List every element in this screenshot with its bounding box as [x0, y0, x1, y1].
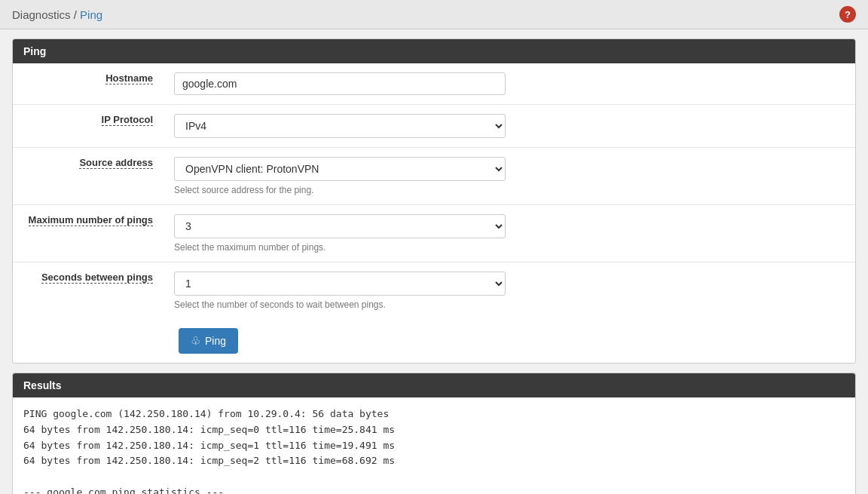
ip-protocol-field-cell: IPv4 IPv6 [164, 105, 855, 148]
breadcrumb: Diagnostics / Ping [12, 8, 102, 21]
source-address-label: Source address [79, 157, 153, 169]
results-output: PING google.com (142.250.180.14) from 10… [13, 397, 855, 494]
hostname-input[interactable] [174, 72, 506, 95]
seconds-between-field-cell: 1 2 3 4 5 Select the number of seconds t… [164, 262, 855, 320]
breadcrumb-separator: / [74, 8, 80, 21]
breadcrumb-root: Diagnostics [12, 8, 71, 21]
seconds-between-row: Seconds between pings 1 2 3 4 5 Select t… [13, 262, 855, 320]
ping-form: Hostname IP Protocol IPv4 IPv6 [13, 63, 855, 319]
ping-card: Ping Hostname IP Protocol IPv4 [12, 38, 856, 364]
results-card-header: Results [13, 373, 855, 397]
seconds-between-label-cell: Seconds between pings [13, 262, 164, 320]
ping-button-label: Ping [205, 335, 226, 347]
source-address-field-cell: OpenVPN client: ProtonVPN Select source … [164, 148, 855, 205]
ip-protocol-label: IP Protocol [102, 114, 153, 126]
max-pings-label-cell: Maximum number of pings [13, 205, 164, 262]
ip-protocol-select[interactable]: IPv4 IPv6 [174, 114, 506, 138]
max-pings-select[interactable]: 1 2 3 4 5 10 [174, 214, 506, 238]
source-address-row: Source address OpenVPN client: ProtonVPN… [13, 148, 855, 205]
max-pings-row: Maximum number of pings 1 2 3 4 5 10 Sel… [13, 205, 855, 262]
source-address-label-cell: Source address [13, 148, 164, 205]
ping-wifi-icon: ♧ [191, 334, 200, 348]
ip-protocol-label-cell: IP Protocol [13, 105, 164, 148]
seconds-between-select[interactable]: 1 2 3 4 5 [174, 272, 506, 296]
max-pings-label: Maximum number of pings [29, 214, 153, 226]
top-bar: Diagnostics / Ping ? [0, 0, 868, 29]
hostname-field-cell [164, 63, 855, 105]
hostname-label-cell: Hostname [13, 63, 164, 105]
ping-button[interactable]: ♧ Ping [179, 328, 238, 354]
seconds-between-label: Seconds between pings [41, 272, 153, 284]
help-icon[interactable]: ? [839, 6, 856, 23]
hostname-label: Hostname [105, 72, 153, 84]
breadcrumb-current: Ping [80, 8, 102, 21]
max-pings-field-cell: 1 2 3 4 5 10 Select the maximum number o… [164, 205, 855, 262]
ping-card-header: Ping [13, 39, 855, 63]
source-address-select[interactable]: OpenVPN client: ProtonVPN [174, 157, 506, 181]
hostname-row: Hostname [13, 63, 855, 105]
ip-protocol-row: IP Protocol IPv4 IPv6 [13, 105, 855, 148]
page-content: Ping Hostname IP Protocol IPv4 [0, 29, 868, 494]
max-pings-hint: Select the maximum number of pings. [174, 242, 845, 253]
seconds-between-hint: Select the number of seconds to wait bet… [174, 299, 845, 310]
results-card: Results PING google.com (142.250.180.14)… [12, 373, 856, 494]
source-address-hint: Select source address for the ping. [174, 185, 845, 195]
